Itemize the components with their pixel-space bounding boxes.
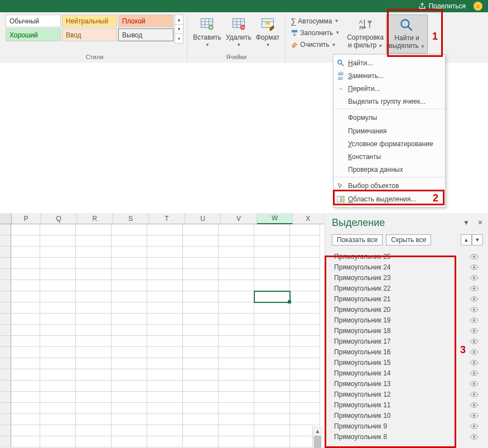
cell[interactable] xyxy=(112,291,147,302)
cell[interactable] xyxy=(219,403,254,414)
format-button[interactable]: Формат▼ xyxy=(254,15,282,52)
cell[interactable] xyxy=(183,380,219,392)
style-normal[interactable]: Обычный xyxy=(6,15,61,27)
autosum-button[interactable]: ∑ Автосумма ▼ xyxy=(289,16,341,26)
cell[interactable] xyxy=(76,269,112,280)
cell[interactable] xyxy=(147,392,183,403)
cell[interactable] xyxy=(112,358,147,369)
menu-goto-special[interactable]: Выделить группу ячеек... xyxy=(334,95,445,108)
cell[interactable] xyxy=(147,224,183,235)
cell[interactable] xyxy=(219,269,254,280)
cell[interactable] xyxy=(254,347,290,358)
cell[interactable] xyxy=(40,280,76,291)
gallery-more-icon[interactable]: ▾ xyxy=(175,34,183,43)
shape-list-item[interactable]: Прямоугольник 9 xyxy=(334,421,488,431)
cell[interactable] xyxy=(290,247,320,258)
cell[interactable] xyxy=(219,302,254,314)
delete-button[interactable]: Удалить▼ xyxy=(224,15,254,52)
cell[interactable] xyxy=(219,325,254,336)
cell[interactable] xyxy=(254,258,290,269)
cell[interactable] xyxy=(290,336,320,347)
close-icon[interactable]: ✕ xyxy=(477,219,483,227)
cell[interactable] xyxy=(183,269,219,280)
cell[interactable] xyxy=(219,247,254,258)
cell[interactable] xyxy=(112,369,147,380)
cell[interactable] xyxy=(76,302,112,314)
insert-button[interactable]: Вставить▼ xyxy=(191,15,224,52)
shape-list-item[interactable]: Прямоугольник 25 xyxy=(334,251,488,262)
cell[interactable] xyxy=(147,235,183,247)
cell[interactable] xyxy=(147,403,183,414)
cell[interactable] xyxy=(219,224,254,235)
cell[interactable] xyxy=(254,369,290,380)
cell[interactable] xyxy=(76,369,112,380)
visibility-eye-icon[interactable] xyxy=(470,381,479,387)
cell[interactable] xyxy=(290,347,320,358)
visibility-eye-icon[interactable] xyxy=(470,317,479,323)
cell[interactable] xyxy=(290,358,320,369)
cell[interactable] xyxy=(76,258,112,269)
cell[interactable] xyxy=(183,247,219,258)
cell[interactable] xyxy=(11,436,40,447)
cell[interactable] xyxy=(76,336,112,347)
column-header[interactable]: R xyxy=(77,213,113,224)
shape-list-item[interactable]: Прямоугольник 19 xyxy=(334,315,488,325)
cell[interactable] xyxy=(76,280,112,291)
cell[interactable] xyxy=(76,380,112,392)
cell[interactable] xyxy=(147,269,183,280)
scroll-up-icon[interactable]: ▲ xyxy=(313,426,322,436)
cell[interactable] xyxy=(254,325,290,336)
cell[interactable] xyxy=(112,224,147,235)
cell[interactable] xyxy=(11,380,40,392)
cell[interactable] xyxy=(183,314,219,325)
scroll-thumb[interactable] xyxy=(314,436,321,448)
cell[interactable] xyxy=(147,336,183,347)
cell[interactable] xyxy=(11,258,40,269)
cell[interactable] xyxy=(290,224,320,235)
menu-replace[interactable]: abac Заменить... xyxy=(334,69,445,82)
cell[interactable] xyxy=(76,314,112,325)
visibility-eye-icon[interactable] xyxy=(470,328,479,334)
visibility-eye-icon[interactable] xyxy=(470,307,479,312)
cell[interactable] xyxy=(147,302,183,314)
cell[interactable] xyxy=(254,436,290,447)
cell[interactable] xyxy=(76,358,112,369)
cell[interactable] xyxy=(147,347,183,358)
visibility-eye-icon[interactable] xyxy=(470,286,479,291)
gallery-up-icon[interactable]: ▲ xyxy=(175,15,183,25)
cell[interactable] xyxy=(112,235,147,247)
shape-list-item[interactable]: Прямоугольник 15 xyxy=(334,357,488,368)
shape-list-item[interactable]: Прямоугольник 14 xyxy=(334,368,488,378)
cell[interactable] xyxy=(147,369,183,380)
cell[interactable] xyxy=(112,280,147,291)
cell[interactable] xyxy=(254,336,290,347)
cell[interactable] xyxy=(112,314,147,325)
cell[interactable] xyxy=(40,369,76,380)
cell[interactable] xyxy=(254,414,290,425)
cell[interactable] xyxy=(11,392,40,403)
cell[interactable] xyxy=(11,325,40,336)
visibility-eye-icon[interactable] xyxy=(470,360,479,365)
cell[interactable] xyxy=(11,235,40,247)
cell[interactable] xyxy=(183,235,219,247)
cell[interactable] xyxy=(40,414,76,425)
cell[interactable] xyxy=(183,436,219,447)
visibility-eye-icon[interactable] xyxy=(470,423,479,429)
cell[interactable] xyxy=(219,392,254,403)
cell[interactable] xyxy=(11,247,40,258)
cell[interactable] xyxy=(11,369,40,380)
cell[interactable] xyxy=(254,280,290,291)
visibility-eye-icon[interactable] xyxy=(470,402,479,408)
menu-constants[interactable]: Константы xyxy=(334,150,445,163)
column-header[interactable]: W xyxy=(257,213,293,224)
cell[interactable] xyxy=(254,224,290,235)
column-header[interactable]: T xyxy=(149,213,185,224)
cell[interactable] xyxy=(290,258,320,269)
cell[interactable] xyxy=(290,369,320,380)
cell[interactable] xyxy=(11,280,40,291)
cell[interactable] xyxy=(147,258,183,269)
style-good[interactable]: Хороший xyxy=(6,28,61,41)
menu-comments[interactable]: Примечания xyxy=(334,124,445,137)
shape-list-item[interactable]: Прямоугольник 24 xyxy=(334,262,488,272)
scroll-track[interactable] xyxy=(313,436,322,448)
